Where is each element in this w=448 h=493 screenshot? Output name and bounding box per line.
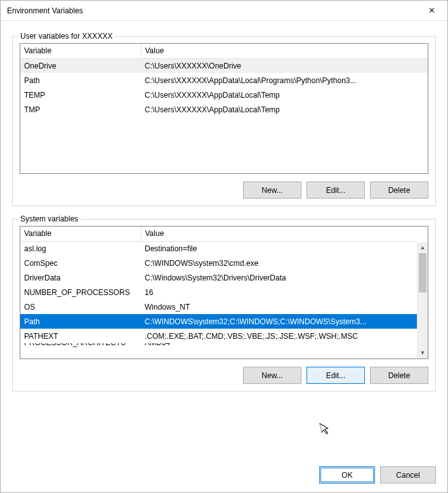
cell-variable: ComSpec [20, 256, 141, 270]
table-row[interactable]: PathC:\Users\XXXXXX\AppData\Local\Progra… [20, 73, 428, 88]
system-vars-label: System variables [18, 214, 81, 223]
cell-value: .COM;.EXE;.BAT;.CMD;.VBS;.VBE;.JS;.JSE;.… [141, 329, 417, 343]
cell-value: C:\WINDOWS\system32;C:\WINDOWS;C:\WINDOW… [141, 314, 417, 329]
cell-value: C:\Users\XXXXXX\AppData\Local\Temp [141, 88, 428, 102]
col-header-variable[interactable]: Variable [20, 227, 141, 241]
cell-value: C:\Users\XXXXXX\AppData\Local\Programs\P… [141, 73, 428, 88]
table-row[interactable]: OSWindows_NT [20, 299, 417, 314]
system-delete-button[interactable]: Delete [370, 367, 428, 384]
cell-value: C:\Users\XXXXXX\AppData\Local\Temp [141, 102, 428, 117]
cell-variable: PROCESSOR_ARCHITECTU [20, 343, 141, 350]
user-vars-label: User variables for XXXXXX [18, 32, 115, 41]
cell-value: Windows_NT [141, 299, 417, 314]
user-vars-group: User variables for XXXXXX Variable Value… [12, 36, 436, 206]
cell-variable: OS [20, 299, 141, 314]
table-row[interactable]: asl.logDestination=file [20, 241, 417, 256]
close-icon[interactable]: ✕ [417, 1, 446, 20]
table-row[interactable]: PathC:\WINDOWS\system32;C:\WINDOWS;C:\WI… [20, 314, 417, 329]
cell-variable: Path [20, 73, 141, 88]
table-row[interactable]: PATHEXT.COM;.EXE;.BAT;.CMD;.VBS;.VBE;.JS… [20, 329, 417, 343]
table-row[interactable]: NUMBER_OF_PROCESSORS16 [20, 285, 417, 299]
user-new-button[interactable]: New... [243, 181, 301, 199]
table-row[interactable]: PROCESSOR_ARCHITECTUAMD64 [20, 343, 417, 350]
table-row[interactable]: ComSpecC:\WINDOWS\system32\cmd.exe [20, 256, 417, 270]
cell-variable: PATHEXT [20, 329, 141, 343]
table-row[interactable]: TMPC:\Users\XXXXXX\AppData\Local\Temp [20, 102, 428, 117]
env-vars-dialog: Environment Variables ✕ User variables f… [0, 0, 448, 493]
col-header-value[interactable]: Value [141, 227, 417, 241]
cell-variable: TMP [20, 102, 141, 117]
cell-value: Destination=file [141, 241, 417, 256]
cell-value: C:\WINDOWS\system32\cmd.exe [141, 256, 417, 270]
scroll-up-icon[interactable]: ▲ [418, 242, 428, 253]
user-delete-button[interactable]: Delete [370, 181, 428, 199]
table-row[interactable]: OneDriveC:\Users\XXXXXX\OneDrive [20, 58, 428, 73]
cell-variable: OneDrive [20, 58, 141, 73]
cell-value: 16 [141, 285, 417, 299]
cell-value: C:\Users\XXXXXX\OneDrive [141, 58, 428, 73]
scroll-down-icon[interactable]: ▼ [418, 348, 428, 358]
system-new-button[interactable]: New... [243, 367, 301, 384]
cell-variable: Path [20, 314, 141, 329]
cell-variable: DriverData [20, 270, 141, 285]
ok-button[interactable]: OK [319, 466, 375, 483]
cell-variable: asl.log [20, 241, 141, 256]
system-vars-table[interactable]: Variable Value asl.logDestination=fileCo… [20, 226, 428, 359]
system-vars-group: System variables Variable Value asl.logD… [12, 219, 436, 391]
scroll-thumb[interactable] [419, 253, 426, 293]
user-vars-table[interactable]: Variable Value OneDriveC:\Users\XXXXXX\O… [20, 43, 428, 174]
cell-value: C:\Windows\System32\Drivers\DriverData [141, 270, 417, 285]
dialog-footer: OK Cancel [1, 456, 447, 492]
col-header-value[interactable]: Value [141, 44, 428, 58]
user-edit-button[interactable]: Edit... [306, 181, 365, 199]
col-header-variable[interactable]: Variable [20, 44, 141, 58]
window-title: Environment Variables [7, 6, 417, 15]
system-edit-button[interactable]: Edit... [306, 367, 365, 384]
cell-variable: TEMP [20, 88, 141, 102]
table-row[interactable]: DriverDataC:\Windows\System32\Drivers\Dr… [20, 270, 417, 285]
cell-value: AMD64 [141, 343, 417, 350]
cell-variable: NUMBER_OF_PROCESSORS [20, 285, 141, 299]
titlebar: Environment Variables ✕ [1, 1, 447, 21]
scrollbar-vertical[interactable]: ▲ ▼ [417, 242, 428, 358]
table-row[interactable]: TEMPC:\Users\XXXXXX\AppData\Local\Temp [20, 88, 428, 102]
cancel-button[interactable]: Cancel [380, 466, 436, 483]
